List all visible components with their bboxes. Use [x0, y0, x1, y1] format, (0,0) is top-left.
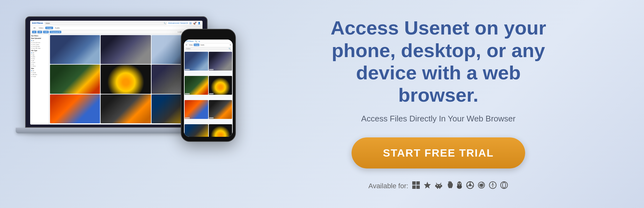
filter-group-see: See Filters [31, 35, 48, 37]
svg-line-8 [436, 183, 437, 184]
result-count: 1-100 of 267 [62, 31, 186, 33]
svg-rect-2 [412, 185, 416, 189]
grid-thumb-5[interactable] [101, 65, 151, 94]
devices-section: EASYNews Action 🔍 Advanced Search ⊞ 🚀 👤 … [19, 10, 245, 198]
easynews-logo-phone: EASYNews [185, 40, 194, 42]
grid-thumb-4[interactable] [50, 65, 100, 94]
tab-image-laptop[interactable]: Image [45, 27, 53, 29]
laptop-content-area: See Filters Date Uploaded All Last 24 ho… [30, 34, 203, 125]
chrome-extension-icon [423, 181, 431, 191]
filter-date-24h[interactable]: Last 24 hours [31, 42, 48, 43]
tab-audio-laptop[interactable]: Audio [54, 27, 61, 29]
phone-thumb-3[interactable]: action.jpg [185, 76, 208, 95]
tab-video-laptop[interactable]: Video [37, 27, 45, 29]
filter-date-all[interactable]: All [31, 40, 48, 41]
svg-point-6 [437, 185, 438, 186]
easynews-rocket-icon: 🚀 [193, 22, 197, 25]
page-headline: Access Usenet on your phone, desktop, or… [325, 17, 552, 106]
easynews-topbar-laptop: EASYNews Action 🔍 Advanced Search ⊞ 🚀 👤 [30, 21, 203, 26]
svg-point-35 [502, 182, 506, 188]
filter-date-30d[interactable]: Last 30 days [31, 45, 48, 47]
grid-thumb-8[interactable] [101, 94, 151, 124]
phone-thumb-7[interactable]: action.jpg [185, 124, 208, 137]
filter-date-7d[interactable]: Last 7 days [31, 44, 48, 45]
phone-thumb-1[interactable]: action.jpg [185, 52, 208, 71]
android-icon [435, 181, 443, 191]
phone-search-icon[interactable]: 🔍 [195, 40, 197, 42]
filter-size-all[interactable]: All [31, 70, 48, 72]
filter-title-see: See Filters [31, 35, 48, 37]
filter-ft-jpeg[interactable]: jpeg [31, 56, 48, 57]
btn-zip[interactable]: ZIP [37, 31, 42, 33]
filter-ft-gif[interactable]: gif [31, 60, 48, 61]
easynews-topbar-phone: EASYNews 🔍 ⚙ [184, 40, 233, 43]
phone-search-input[interactable]: Action 🔍 [185, 47, 232, 50]
btn-all[interactable]: All [32, 31, 36, 33]
filter-group-filetype: File Type All jpg jpeg png gif bmp tif O… [31, 50, 48, 67]
filter-date-365d[interactable]: Last 365 days [31, 47, 48, 49]
windows-icon [412, 181, 420, 191]
grid-thumb-2[interactable] [101, 35, 151, 64]
cta-button[interactable]: START FREE TRIAL [352, 137, 525, 168]
phone-tabs: All Video Image Audio ▼ [184, 43, 233, 47]
available-label: Available for: [369, 182, 408, 190]
page-container: EASYNews Action 🔍 Advanced Search ⊞ 🚀 👤 … [0, 0, 644, 208]
svg-rect-13 [439, 187, 440, 189]
phone-thumb-4[interactable]: action.jpg [209, 76, 232, 95]
phone-thumb-2[interactable]: action.jpg [209, 52, 232, 71]
filter-title-date: Date Uploaded [31, 38, 48, 39]
content-section: Access Usenet on your phone, desktop, or… [245, 4, 625, 204]
filter-ft-tif[interactable]: tif [31, 63, 48, 65]
svg-rect-5 [436, 184, 441, 188]
laptop-screen-outer: EASYNews Action 🔍 Advanced Search ⊞ 🚀 👤 … [25, 16, 208, 128]
advanced-search-link[interactable]: Advanced Search [168, 22, 188, 24]
filter-size-small[interactable]: Small [31, 72, 48, 73]
btn-download-all[interactable]: Download All [50, 31, 61, 33]
phone-notch [199, 34, 218, 38]
firefox-icon [477, 181, 486, 191]
filter-ft-jpg[interactable]: jpg [31, 54, 48, 56]
phone-tab-all[interactable]: All [185, 44, 188, 46]
filter-ft-bmp[interactable]: bmp [31, 61, 48, 63]
safari-icon [489, 181, 497, 191]
svg-rect-10 [435, 185, 436, 187]
tab-all-laptop[interactable]: All [32, 27, 37, 29]
phone-thumb-6[interactable]: action.jpg [209, 100, 232, 119]
user-icon: 👤 [198, 22, 201, 24]
easynews-search-laptop[interactable]: Action 🔍 [44, 22, 167, 25]
laptop-screen-inner: EASYNews Action 🔍 Advanced Search ⊞ 🚀 👤 … [30, 21, 203, 125]
filter-group-date: Date Uploaded All Last 24 hours Last 7 d… [31, 38, 48, 49]
svg-rect-3 [416, 185, 420, 189]
grid-icon[interactable]: ⊞ [189, 22, 192, 25]
btn-nzb[interactable]: NZB [43, 31, 49, 33]
svg-point-28 [480, 184, 483, 186]
phone-tab-audio[interactable]: Audio [200, 44, 205, 46]
filter-ft-png[interactable]: png [31, 58, 48, 59]
phone-thumb-8[interactable]: action.jpg [209, 124, 232, 137]
laptop-image-grid [49, 34, 203, 125]
chrome-icon [466, 181, 474, 191]
phone-thumb-5[interactable]: action.jpg [185, 100, 208, 119]
phone-tab-video[interactable]: Video [188, 44, 194, 46]
filter-size-medium[interactable]: Medium [31, 74, 48, 75]
apple-icon [446, 181, 453, 191]
svg-point-21 [460, 185, 462, 188]
svg-rect-12 [437, 187, 438, 189]
linux-icon [456, 181, 463, 191]
svg-point-20 [458, 185, 459, 188]
filter-ft-other[interactable]: Other [31, 65, 48, 67]
phone-search-btn[interactable]: 🔍 [229, 48, 230, 50]
phone-image-grid: action.jpg action.jpg action.jpg action.… [184, 51, 233, 137]
grid-thumb-7[interactable] [50, 94, 100, 124]
phone-sort-chevron[interactable]: ▼ [229, 44, 232, 46]
svg-rect-1 [416, 181, 420, 185]
phone-settings-icon[interactable]: ⚙ [198, 40, 200, 42]
available-for-row: Available for: [369, 181, 508, 191]
phone-tab-image[interactable]: Image [194, 44, 199, 46]
grid-thumb-1[interactable] [50, 35, 100, 64]
laptop-sidebar: See Filters Date Uploaded All Last 24 ho… [30, 34, 49, 125]
laptop-toolbar: All ZIP NZB Download All 1-100 of 267 Re… [30, 30, 203, 34]
filter-ft-all[interactable]: All [31, 52, 48, 54]
phone-mockup: EASYNews 🔍 ⚙ All Video Image Audio ▼ Act… [181, 29, 236, 142]
filter-size-large[interactable]: Large [31, 76, 48, 77]
